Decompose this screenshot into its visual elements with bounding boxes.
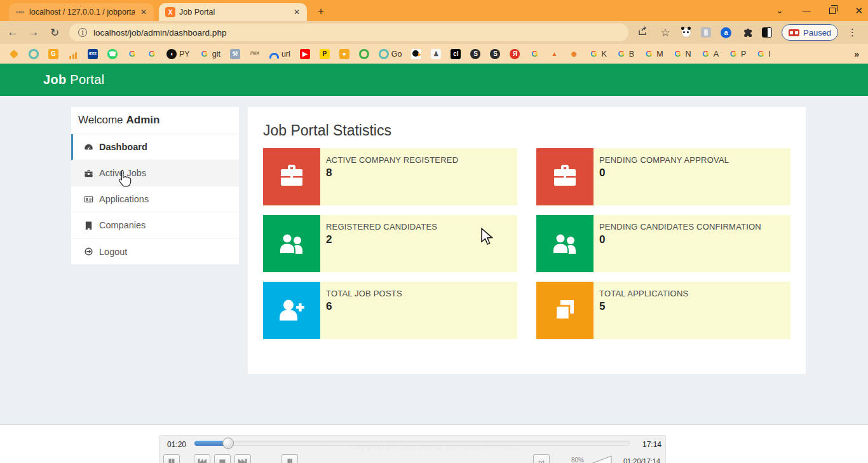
bookmark-green-ring-icon[interactable] bbox=[359, 49, 369, 59]
browser-tab-phpmyadmin[interactable]: PMA localhost / 127.0.0.1 / jobportal / … bbox=[9, 3, 154, 21]
main-panel: Job Portal Statistics ACTIVE COMPANY REG… bbox=[248, 107, 806, 374]
users-icon bbox=[536, 215, 593, 272]
back-button[interactable]: ← bbox=[6, 26, 19, 39]
restore-button[interactable] bbox=[829, 8, 836, 14]
forward-button[interactable]: → bbox=[27, 26, 40, 39]
bookmark-google-p-icon[interactable]: GP bbox=[728, 49, 746, 59]
player-progress-bar[interactable] bbox=[194, 441, 630, 446]
bookmark-analytics-icon[interactable] bbox=[68, 49, 78, 59]
bookmark-godaddy-go-icon[interactable]: Go bbox=[379, 49, 402, 59]
volume-percent: 80% bbox=[571, 457, 584, 463]
stat-card-total-job-posts: TOTAL JOB POSTS 6 bbox=[263, 282, 517, 339]
bookmark-duckduckgo-icon[interactable] bbox=[411, 49, 421, 59]
player-elapsed-time: 01:20 bbox=[167, 440, 186, 449]
tab-search-chevron-icon[interactable]: ⌄ bbox=[776, 6, 783, 15]
share-icon[interactable] bbox=[637, 25, 649, 39]
gray-extension-icon[interactable] bbox=[701, 27, 711, 38]
bookmark-p-yellow-icon[interactable]: P bbox=[320, 49, 330, 59]
bookmark-yandex-icon[interactable]: Я bbox=[510, 49, 520, 59]
briefcase-icon bbox=[83, 168, 93, 178]
address-bar[interactable]: i localhost/job/admin/dashboard.php bbox=[69, 24, 628, 41]
bookmark-phpmyadmin-icon[interactable]: PMA bbox=[250, 49, 260, 59]
bookmark-whatsapp-icon[interactable]: ☎ bbox=[107, 49, 118, 59]
subtitle-button[interactable]: txt bbox=[533, 454, 550, 463]
stat-card-pending-candidates: PENDING CANDIDATES CONFIRMATION 0 bbox=[536, 215, 790, 272]
bookmark-ieee-icon[interactable]: IEEE bbox=[88, 49, 98, 59]
bookmark-figure-icon[interactable]: ♟ bbox=[431, 49, 441, 59]
paused-extension-badge[interactable]: Paused bbox=[782, 24, 838, 41]
bookmark-screen-recorder-icon[interactable]: ● bbox=[339, 49, 349, 59]
stat-card-active-company: ACTIVE COMPANY REGISTERED 8 bbox=[263, 148, 517, 205]
bookmark-label: PY bbox=[179, 50, 190, 59]
a-extension-icon[interactable]: a bbox=[721, 27, 731, 38]
bookmark-youtube-icon[interactable]: ▶ bbox=[300, 49, 310, 59]
logout-icon bbox=[83, 247, 93, 257]
stop-button[interactable] bbox=[214, 454, 231, 463]
bookmark-github-icon[interactable]: ◖PY bbox=[166, 49, 190, 59]
panda-extension-icon[interactable] bbox=[681, 27, 691, 38]
bookmark-diamond-icon[interactable] bbox=[9, 49, 19, 59]
bookmark-google-b-icon[interactable]: GB bbox=[616, 49, 634, 59]
detach-button[interactable] bbox=[281, 454, 298, 463]
bookmark-label: M bbox=[656, 50, 663, 59]
bookmark-google-n-icon[interactable]: GN bbox=[673, 49, 691, 59]
bookmark-matlab-icon[interactable]: ▲ bbox=[549, 49, 559, 59]
bookmark-label: P bbox=[741, 50, 746, 59]
tab-close-icon[interactable]: ✕ bbox=[292, 8, 302, 17]
bookmark-eye-icon[interactable]: ◉ bbox=[569, 49, 579, 59]
stat-value: 2 bbox=[326, 233, 437, 246]
tab-close-icon[interactable]: ✕ bbox=[139, 8, 149, 17]
site-info-icon[interactable]: i bbox=[78, 28, 87, 37]
tab-title: localhost / 127.0.0.1 / jobportal / bbox=[29, 8, 135, 17]
bookmark-google-m-icon[interactable]: GM bbox=[644, 49, 663, 59]
briefcase-icon bbox=[263, 148, 320, 205]
sidebar-item-logout[interactable]: Logout bbox=[71, 238, 239, 265]
sidebar-item-applications[interactable]: Applications bbox=[71, 186, 239, 212]
sidebar-item-dashboard[interactable]: Dashboard bbox=[71, 134, 239, 160]
bookmark-google-i-icon[interactable]: GI bbox=[756, 49, 770, 59]
volume-wedge-icon[interactable] bbox=[589, 455, 612, 463]
page-title: Job Portal Statistics bbox=[263, 122, 790, 139]
bookmark-label: K bbox=[601, 50, 606, 59]
bookmark-godaddy-icon[interactable] bbox=[29, 49, 39, 59]
bookmark-speedtest-icon[interactable]: url bbox=[269, 50, 290, 59]
bookmark-globe-dark-icon[interactable]: S bbox=[490, 49, 500, 59]
new-tab-button[interactable]: + bbox=[318, 5, 324, 18]
sidebar-item-active-jobs[interactable]: Active Jobs bbox=[71, 160, 239, 186]
browser-tab-job-portal[interactable]: X Job Portal ✕ bbox=[159, 3, 307, 21]
previous-button[interactable] bbox=[194, 454, 210, 463]
bookmarks-overflow-icon[interactable]: » bbox=[854, 49, 859, 59]
pause-button[interactable] bbox=[163, 454, 180, 463]
minimize-button[interactable]: — bbox=[802, 6, 810, 15]
sidebar: WelcomeAdmin Dashboard Active Jobs Appli… bbox=[71, 107, 239, 265]
users-icon bbox=[263, 215, 320, 272]
close-window-button[interactable]: ✕ bbox=[855, 5, 863, 17]
bookmark-google-git-icon[interactable]: Ggit bbox=[200, 49, 220, 59]
app-header: Job Portal bbox=[0, 64, 868, 96]
id-card-icon bbox=[83, 194, 93, 204]
url-text[interactable]: localhost/job/admin/dashboard.php bbox=[93, 28, 226, 38]
reload-button[interactable]: ↻ bbox=[48, 26, 61, 39]
bookmark-google-icon[interactable]: G bbox=[529, 49, 539, 59]
bookmark-google-k-icon[interactable]: GK bbox=[588, 49, 606, 59]
browser-menu-kebab-icon[interactable]: ⋮ bbox=[848, 27, 857, 38]
reader-mode-icon[interactable] bbox=[762, 27, 772, 38]
dashboard-icon bbox=[83, 142, 93, 152]
bookmark-search-console-icon[interactable]: G bbox=[48, 49, 58, 59]
extensions-puzzle-icon[interactable] bbox=[741, 27, 752, 38]
bookmark-google-icon[interactable]: G bbox=[147, 49, 157, 59]
bookmark-google-a-icon[interactable]: GA bbox=[701, 49, 719, 59]
bookmark-star-icon[interactable]: ☆ bbox=[659, 26, 672, 39]
bookmark-cl-black-icon[interactable]: cl bbox=[451, 49, 461, 59]
bookmark-tool-icon[interactable]: ⚒ bbox=[230, 49, 240, 59]
stat-card-registered-candidates: REGISTERED CANDIDATES 2 bbox=[263, 215, 517, 272]
sidebar-item-companies[interactable]: Companies bbox=[71, 212, 239, 238]
next-button[interactable] bbox=[234, 454, 251, 463]
player-progress-handle[interactable] bbox=[222, 438, 234, 449]
bookmark-google-icon[interactable]: G bbox=[127, 49, 137, 59]
bookmark-globe-dark-icon[interactable]: S bbox=[470, 49, 480, 59]
browser-titlebar: PMA localhost / 127.0.0.1 / jobportal / … bbox=[0, 0, 868, 21]
stat-value: 6 bbox=[326, 300, 402, 313]
stat-label: PENDING COMPANY APPROVAL bbox=[599, 155, 729, 165]
browser-window: PMA localhost / 127.0.0.1 / jobportal / … bbox=[0, 0, 868, 463]
